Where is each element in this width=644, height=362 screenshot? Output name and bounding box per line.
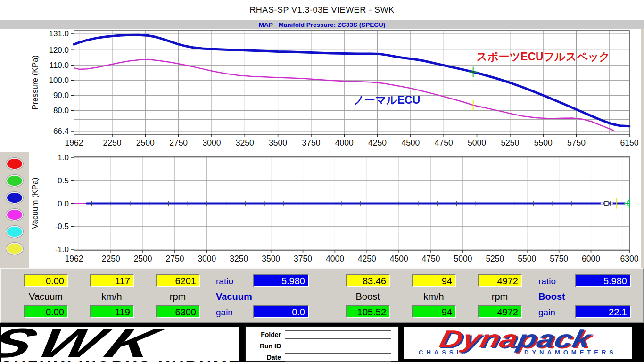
vacuum-gain-value: 0.0 <box>253 305 309 318</box>
svg-text:3750: 3750 <box>302 138 320 148</box>
rpm-column-label-right: rpm <box>478 291 522 303</box>
run-info-panel: Folder Run ID Date <box>245 326 399 362</box>
run-id-label: Run ID <box>246 342 285 350</box>
svg-text:2250: 2250 <box>103 138 122 148</box>
rpm-column-label: rpm <box>156 291 200 303</box>
svg-text:2750: 2750 <box>166 254 184 263</box>
speed-value-run1: 117 <box>90 274 134 287</box>
swk-logo: SWK <box>1 327 239 360</box>
svg-text:5250: 5250 <box>486 254 504 263</box>
window-title: RHAS-SP V1.3-03E VIEWER - SWK <box>0 0 644 20</box>
svg-text:120.0: 120.0 <box>49 46 69 55</box>
curve-annotation: スポーツECUフルスペック <box>476 50 610 63</box>
svg-text:3250: 3250 <box>236 138 254 148</box>
speed-value-run2: 119 <box>90 305 134 318</box>
svg-text:0.0: 0.0 <box>58 199 69 208</box>
svg-text:5250: 5250 <box>501 138 519 148</box>
svg-text:5500: 5500 <box>518 254 536 263</box>
svg-text:4000: 4000 <box>326 254 344 263</box>
y-axis-title: Vacuum (KPa) <box>31 177 40 229</box>
svg-text:1962: 1962 <box>65 138 83 148</box>
svg-text:5750: 5750 <box>567 138 586 148</box>
boost-column-label: Boost <box>346 291 390 303</box>
swk-logo-subtitle: SUZUKI WORKS KURUME <box>1 358 239 362</box>
date-field[interactable] <box>285 353 391 362</box>
y-axis-title: Pressure (KPa) <box>31 55 40 110</box>
svg-text:2250: 2250 <box>102 254 120 263</box>
vacuum-section-label: Vacuum <box>216 291 252 302</box>
svg-text:131.0: 131.0 <box>49 29 69 38</box>
speed-column-label: km/h <box>90 291 134 303</box>
speed-value-run2-right: 94 <box>412 305 456 318</box>
svg-text:-1.0: -1.0 <box>55 245 69 254</box>
svg-text:80.0: 80.0 <box>53 106 69 115</box>
rpm-value-run2: 6300 <box>156 305 200 318</box>
rpm-value-run1-right: 4972 <box>478 274 522 287</box>
boost-value-run2: 105.52 <box>346 305 390 318</box>
svg-text:-0.5: -0.5 <box>55 222 69 231</box>
svg-text:4750: 4750 <box>422 254 440 263</box>
svg-text:4250: 4250 <box>358 254 376 263</box>
svg-text:1.0: 1.0 <box>58 153 69 162</box>
svg-text:5000: 5000 <box>468 138 486 148</box>
boost-gain-value: 22.1 <box>575 305 631 318</box>
svg-text:6300: 6300 <box>620 254 639 263</box>
svg-text:3000: 3000 <box>198 254 216 263</box>
svg-text:3250: 3250 <box>230 254 248 263</box>
svg-text:4000: 4000 <box>335 138 354 148</box>
svg-text:0.5: 0.5 <box>58 176 69 185</box>
speed-value-run1-right: 94 <box>412 274 456 287</box>
svg-text:3500: 3500 <box>262 254 280 263</box>
svg-text:4500: 4500 <box>390 254 408 263</box>
date-label: Date <box>246 354 285 361</box>
svg-text:4250: 4250 <box>368 138 387 148</box>
svg-text:6150: 6150 <box>620 138 639 148</box>
speed-column-label-right: km/h <box>412 291 456 303</box>
gain-label-right: gain <box>538 307 555 318</box>
svg-text:2750: 2750 <box>169 138 188 148</box>
pressure-chart[interactable]: 131.0120.0110.0100.090.080.066.419622250… <box>0 29 644 152</box>
rpm-value-run1: 6201 <box>156 274 200 287</box>
vacuum-chart[interactable]: 1.00.50.0-0.5-1.019622250250027503000325… <box>0 152 644 268</box>
vacuum-value-run1: 0.00 <box>24 274 68 287</box>
svg-text:5000: 5000 <box>454 254 472 263</box>
svg-text:66.4: 66.4 <box>53 127 69 136</box>
vacuum-value-run2: 0.00 <box>24 305 68 318</box>
ratio-label-left: ratio <box>216 276 233 287</box>
svg-text:2500: 2500 <box>136 138 155 148</box>
curve-annotation: ノーマルECU <box>353 94 420 106</box>
svg-text:5750: 5750 <box>550 254 568 263</box>
run-id-field[interactable] <box>285 342 391 350</box>
svg-text:100.0: 100.0 <box>49 76 69 85</box>
ratio-label-right: ratio <box>538 276 556 287</box>
vacuum-column-label: Vacuum <box>24 291 68 303</box>
svg-text:3500: 3500 <box>269 138 287 148</box>
dynapack-logo-panel: Dynapack CHASSIS DYNAMOMETERS <box>404 327 632 359</box>
svg-text:3750: 3750 <box>294 254 312 263</box>
gain-label-left: gain <box>216 307 233 318</box>
svg-text:3000: 3000 <box>202 138 221 148</box>
vacuum-ratio-value: 5.980 <box>253 274 309 287</box>
dynapack-logo: Dynapack <box>404 328 632 351</box>
svg-text:4500: 4500 <box>401 138 420 148</box>
readout-panel: 0.00 117 6201 ratio 5.980 Vacuum km/h rp… <box>0 268 644 323</box>
svg-text:5500: 5500 <box>534 138 553 148</box>
chart-subtitle: MAP - Manifold Pressure: ZC33S (SPECU) <box>0 20 644 29</box>
svg-text:2500: 2500 <box>134 254 152 263</box>
rpm-value-run2-right: 4972 <box>478 305 522 318</box>
svg-text:1962: 1962 <box>65 254 83 263</box>
folder-field[interactable] <box>285 330 391 339</box>
svg-text:4750: 4750 <box>435 138 453 148</box>
svg-text:6000: 6000 <box>582 254 600 263</box>
footer-strip: SWK SUZUKI WORKS KURUME Folder Run ID Da… <box>0 323 644 362</box>
boost-value-run1: 83.46 <box>346 274 390 287</box>
swk-logo-panel: SWK SUZUKI WORKS KURUME <box>1 327 239 362</box>
folder-label: Folder <box>246 331 285 338</box>
svg-text:110.0: 110.0 <box>50 61 69 70</box>
svg-text:90.0: 90.0 <box>53 91 69 100</box>
boost-section-label: Boost <box>538 291 565 302</box>
boost-ratio-value: 5.980 <box>575 274 631 287</box>
